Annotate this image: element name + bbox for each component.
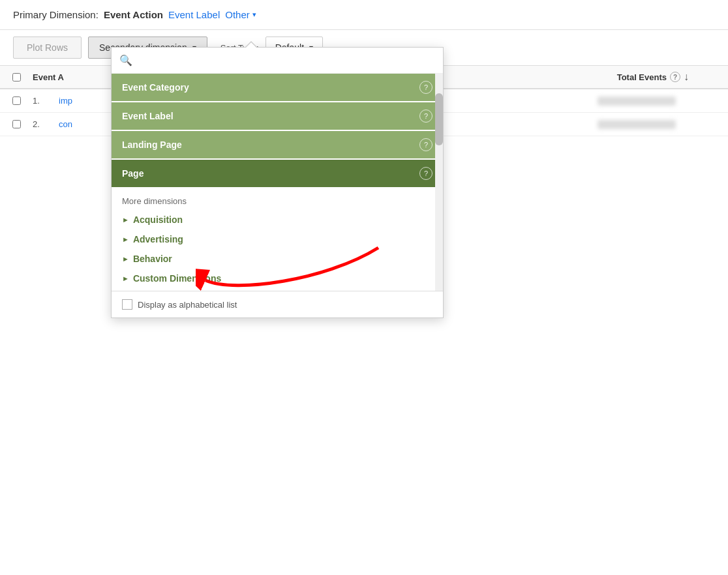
sort-down-icon[interactable]: ↓ bbox=[684, 71, 689, 83]
dropdown-scrollbar-thumb[interactable] bbox=[435, 93, 443, 145]
more-dimensions-title: More dimensions bbox=[122, 196, 432, 206]
row-2-value-blurred bbox=[598, 120, 676, 129]
more-dimensions-section: More dimensions ► Acquisition ► Advertis… bbox=[112, 188, 443, 291]
total-events-label: Total Events bbox=[617, 72, 667, 82]
acquisition-arrow-icon: ► bbox=[122, 216, 129, 224]
dim-item-landing-page[interactable]: Landing Page ? bbox=[112, 131, 443, 160]
other-dropdown[interactable]: Other ▾ bbox=[225, 9, 256, 20]
dim-event-label-help[interactable]: ? bbox=[419, 110, 432, 123]
secondary-dimension-dropdown: 🔍 Event Category ? Event Label ? Landing… bbox=[111, 47, 444, 318]
dim-item-event-label[interactable]: Event Label ? bbox=[112, 102, 443, 131]
dropdown-caret-up bbox=[245, 41, 258, 48]
dim-page-help[interactable]: ? bbox=[419, 167, 432, 180]
dim-landing-page-help[interactable]: ? bbox=[419, 138, 432, 151]
row-1-checkbox-cell bbox=[0, 96, 33, 105]
other-label: Other bbox=[225, 9, 250, 20]
primary-dimension-label: Primary Dimension: bbox=[13, 9, 99, 20]
dim-item-event-category[interactable]: Event Category ? bbox=[112, 74, 443, 102]
dim-event-category-label: Event Category bbox=[122, 82, 189, 93]
dropdown-search-bar: 🔍 bbox=[112, 48, 443, 74]
dropdown-footer: Display as alphabetical list bbox=[112, 291, 443, 317]
behavior-arrow-icon: ► bbox=[122, 255, 129, 263]
dim-page-label: Page bbox=[122, 168, 144, 179]
row-2-number: 2. bbox=[33, 119, 59, 129]
event-action-active: Event Action bbox=[104, 9, 163, 20]
dimension-list: Event Category ? Event Label ? Landing P… bbox=[112, 74, 443, 188]
alphabetical-label: Display as alphabetical list bbox=[138, 300, 237, 310]
other-caret: ▾ bbox=[252, 10, 256, 19]
row-1-link[interactable]: imp bbox=[59, 96, 72, 106]
alphabetical-checkbox[interactable] bbox=[122, 299, 132, 310]
dropdown-scrollbar[interactable] bbox=[435, 74, 443, 291]
behavior-label: Behavior bbox=[133, 254, 172, 264]
dimension-search-input[interactable] bbox=[138, 55, 435, 66]
dim-landing-page-label: Landing Page bbox=[122, 140, 182, 150]
row-2-link[interactable]: con bbox=[59, 119, 72, 129]
plot-rows-button[interactable]: Plot Rows bbox=[13, 37, 82, 59]
row-1-number: 1. bbox=[33, 96, 59, 106]
more-dim-behavior[interactable]: ► Behavior bbox=[122, 249, 432, 269]
search-icon: 🔍 bbox=[119, 54, 132, 66]
dimension-scroll-area: Event Category ? Event Label ? Landing P… bbox=[112, 74, 443, 291]
dim-event-label-label: Event Label bbox=[122, 111, 174, 121]
event-label-link[interactable]: Event Label bbox=[168, 9, 220, 20]
header-checkbox-cell bbox=[0, 73, 33, 81]
row-2-checkbox-cell bbox=[0, 120, 33, 128]
dim-item-page[interactable]: Page ? bbox=[112, 160, 443, 188]
acquisition-label: Acquisition bbox=[133, 214, 183, 225]
dim-event-category-help[interactable]: ? bbox=[419, 81, 432, 94]
select-all-checkbox[interactable] bbox=[12, 73, 21, 81]
custom-dimensions-label: Custom Dimensions bbox=[133, 273, 221, 284]
row-1-value-blurred bbox=[598, 96, 676, 106]
more-dim-advertising[interactable]: ► Advertising bbox=[122, 229, 432, 249]
more-dim-custom-dimensions[interactable]: ► Custom Dimensions bbox=[122, 269, 432, 288]
col-total-events: Total Events ? ↓ bbox=[617, 71, 689, 83]
advertising-arrow-icon: ► bbox=[122, 235, 129, 243]
custom-dimensions-arrow-icon: ► bbox=[122, 274, 129, 282]
total-events-help-icon[interactable]: ? bbox=[670, 72, 680, 82]
more-dim-acquisition[interactable]: ► Acquisition bbox=[122, 210, 432, 229]
advertising-label: Advertising bbox=[133, 234, 183, 244]
primary-dimension-bar: Primary Dimension: Event Action Event La… bbox=[0, 0, 728, 30]
row-1-checkbox[interactable] bbox=[12, 96, 21, 105]
row-2-checkbox[interactable] bbox=[12, 120, 21, 128]
